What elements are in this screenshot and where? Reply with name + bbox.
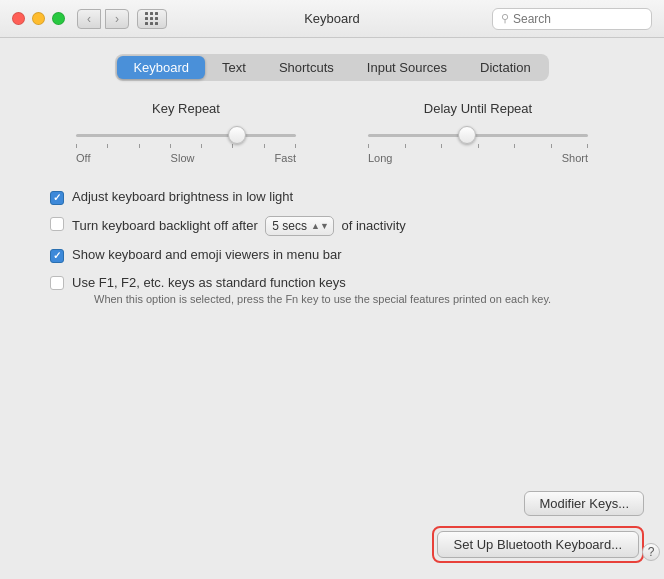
delay-repeat-track-container: [368, 124, 588, 148]
tab-dictation[interactable]: Dictation: [464, 56, 547, 79]
tab-input-sources[interactable]: Input Sources: [351, 56, 463, 79]
tabs-container: Keyboard Text Shortcuts Input Sources Di…: [115, 54, 548, 81]
search-input[interactable]: [513, 12, 643, 26]
grid-button[interactable]: [137, 9, 167, 29]
search-bar[interactable]: ⚲: [492, 8, 652, 30]
fnkeys-checkbox[interactable]: [50, 276, 64, 290]
tab-text[interactable]: Text: [206, 56, 262, 79]
delay-repeat-thumb[interactable]: [458, 126, 476, 144]
delay-repeat-label: Delay Until Repeat: [424, 101, 532, 116]
forward-button[interactable]: ›: [105, 9, 129, 29]
title-bar: ‹ › Keyboard ⚲: [0, 0, 664, 38]
grid-icon: [145, 12, 159, 26]
sliders-row: Key Repeat: [20, 101, 644, 164]
modifier-keys-button[interactable]: Modifier Keys...: [524, 491, 644, 516]
options-section: Adjust keyboard brightness in low light …: [20, 188, 644, 305]
key-repeat-labels: Off Slow Fast: [76, 152, 296, 164]
backlight-select[interactable]: 5 secs ▲▼: [265, 216, 334, 236]
delay-repeat-group: Delay Until Repeat Long: [368, 101, 588, 164]
brightness-checkbox[interactable]: [50, 191, 64, 205]
bluetooth-button-wrap: Set Up Bluetooth Keyboard...: [432, 526, 644, 563]
bluetooth-keyboard-button[interactable]: Set Up Bluetooth Keyboard...: [437, 531, 639, 558]
select-arrow-icon: ▲▼: [311, 220, 329, 233]
fnkeys-subtext: When this option is selected, press the …: [94, 293, 551, 305]
fnkeys-label: Use F1, F2, etc. keys as standard functi…: [72, 275, 346, 290]
tab-keyboard[interactable]: Keyboard: [117, 56, 205, 79]
nav-buttons: ‹ ›: [77, 9, 129, 29]
option-fnkeys: Use F1, F2, etc. keys as standard functi…: [50, 274, 614, 304]
window-title: Keyboard: [304, 11, 360, 26]
minimize-button[interactable]: [32, 12, 45, 25]
brightness-checkbox-wrap[interactable]: Adjust keyboard brightness in low light: [50, 188, 293, 206]
delay-repeat-short: Short: [562, 152, 588, 164]
key-repeat-fast: Fast: [275, 152, 296, 164]
key-repeat-slow: Slow: [171, 152, 195, 164]
back-button[interactable]: ‹: [77, 9, 101, 29]
emoji-checkbox[interactable]: [50, 249, 64, 263]
option-backlight: Turn keyboard backlight off after 5 secs…: [50, 216, 614, 236]
search-icon: ⚲: [501, 12, 509, 25]
bottom-section: Modifier Keys... Set Up Bluetooth Keyboa…: [432, 491, 644, 563]
traffic-lights: [12, 12, 65, 25]
key-repeat-group: Key Repeat: [76, 101, 296, 164]
key-repeat-off: Off: [76, 152, 90, 164]
delay-repeat-long: Long: [368, 152, 392, 164]
key-repeat-label: Key Repeat: [152, 101, 220, 116]
delay-repeat-labels: Long Short: [368, 152, 588, 164]
option-brightness: Adjust keyboard brightness in low light: [50, 188, 614, 206]
tab-shortcuts[interactable]: Shortcuts: [263, 56, 350, 79]
option-emoji: Show keyboard and emoji viewers in menu …: [50, 246, 614, 264]
close-button[interactable]: [12, 12, 25, 25]
fnkeys-checkbox-wrap[interactable]: Use F1, F2, etc. keys as standard functi…: [50, 274, 551, 304]
emoji-label: Show keyboard and emoji viewers in menu …: [72, 246, 342, 264]
window-content: Keyboard Text Shortcuts Input Sources Di…: [0, 38, 664, 579]
maximize-button[interactable]: [52, 12, 65, 25]
tab-bar: Keyboard Text Shortcuts Input Sources Di…: [20, 54, 644, 81]
key-repeat-track-container: [76, 124, 296, 148]
help-button[interactable]: ?: [642, 543, 660, 561]
key-repeat-thumb[interactable]: [228, 126, 246, 144]
backlight-checkbox[interactable]: [50, 217, 64, 231]
backlight-label-pre: Turn keyboard backlight off after 5 secs…: [72, 216, 406, 236]
brightness-label: Adjust keyboard brightness in low light: [72, 188, 293, 206]
emoji-checkbox-wrap[interactable]: Show keyboard and emoji viewers in menu …: [50, 246, 342, 264]
